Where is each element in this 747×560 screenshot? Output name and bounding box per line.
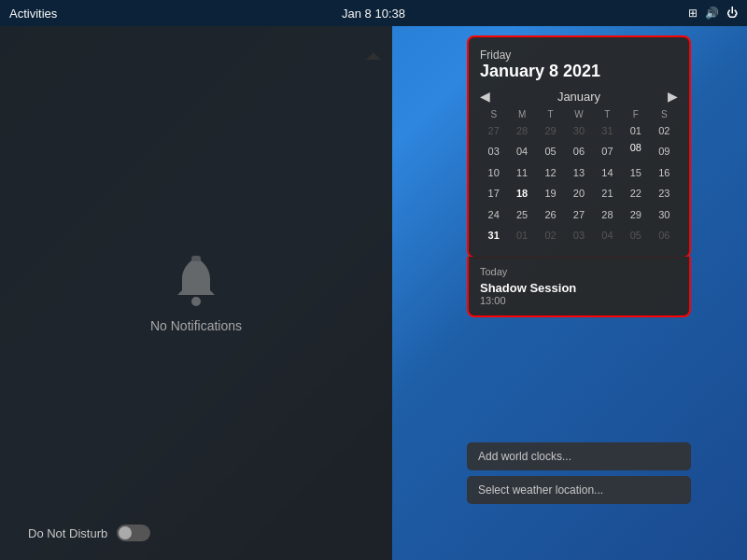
calendar-day[interactable]: 05 bbox=[537, 142, 564, 161]
calendar-day[interactable]: 29 bbox=[622, 205, 649, 225]
event-time: 13:00 bbox=[480, 295, 678, 306]
calendar-day[interactable]: 01 bbox=[508, 226, 535, 245]
calendar-dropdown-arrow bbox=[366, 52, 381, 60]
top-bar: Activities Jan 8 10:38 ⊞ 🔊 ⏻ bbox=[0, 0, 747, 26]
do-not-disturb-label: Do Not Disturb bbox=[28, 526, 107, 540]
calendar-day[interactable]: 30 bbox=[565, 121, 592, 141]
calendar-day[interactable]: 20 bbox=[565, 184, 592, 203]
calendar-day[interactable]: 24 bbox=[480, 205, 507, 225]
action-buttons: Add world clocks... Select weather locat… bbox=[467, 442, 691, 504]
svg-rect-1 bbox=[191, 256, 201, 261]
today-label: Today bbox=[480, 266, 678, 277]
calendar-day[interactable]: 07 bbox=[594, 142, 621, 161]
do-not-disturb-toggle[interactable] bbox=[117, 525, 150, 541]
network-icon[interactable]: ⊞ bbox=[688, 7, 698, 20]
calendar-day[interactable]: 02 bbox=[651, 121, 678, 141]
dow-3: W bbox=[565, 107, 592, 121]
calendar-day[interactable]: 19 bbox=[537, 184, 564, 203]
calendar-day[interactable]: 28 bbox=[594, 205, 621, 225]
calendar-day[interactable]: 31 bbox=[594, 121, 621, 141]
calendar-full-date: January 8 2021 bbox=[480, 62, 678, 81]
calendar-day[interactable]: 14 bbox=[594, 163, 621, 183]
calendar-day[interactable]: 06 bbox=[565, 142, 592, 161]
select-weather-button[interactable]: Select weather location... bbox=[467, 476, 691, 504]
datetime-label[interactable]: Jan 8 10:38 bbox=[342, 7, 405, 21]
calendar-day[interactable]: 25 bbox=[508, 205, 535, 225]
calendar-card: Friday January 8 2021 ◀ January ▶ S M T … bbox=[467, 35, 691, 259]
calendar-month-label: January bbox=[557, 90, 600, 104]
wallpaper: No Notifications Do Not Disturb Friday J… bbox=[0, 26, 747, 560]
calendar-day[interactable]: 15 bbox=[622, 163, 649, 183]
dow-6: S bbox=[651, 107, 678, 121]
calendar-day-name: Friday bbox=[480, 49, 678, 62]
prev-month-button[interactable]: ◀ bbox=[480, 89, 490, 104]
calendar-day[interactable]: 05 bbox=[622, 226, 649, 245]
calendar-day[interactable]: 04 bbox=[594, 226, 621, 245]
calendar-day[interactable]: 28 bbox=[508, 121, 535, 141]
do-not-disturb-row: Do Not Disturb bbox=[28, 525, 150, 541]
events-section: Today Shadow Session 13:00 bbox=[467, 257, 691, 317]
dow-0: S bbox=[480, 107, 507, 121]
calendar-day[interactable]: 10 bbox=[480, 163, 507, 183]
power-icon[interactable]: ⏻ bbox=[726, 7, 738, 20]
calendar-dow-row: S M T W T F S bbox=[480, 107, 678, 121]
calendar-day[interactable]: 03 bbox=[565, 226, 592, 245]
volume-icon[interactable]: 🔊 bbox=[705, 7, 719, 20]
calendar-day[interactable]: 27 bbox=[565, 205, 592, 225]
calendar-day[interactable]: 23 bbox=[651, 184, 678, 203]
calendar-day[interactable]: 09 bbox=[651, 142, 678, 161]
top-bar-left: Activities bbox=[9, 7, 57, 21]
calendar-day[interactable]: 26 bbox=[537, 205, 564, 225]
dow-5: F bbox=[622, 107, 649, 121]
calendar-day[interactable]: 18 bbox=[508, 184, 535, 203]
calendar-day[interactable]: 16 bbox=[651, 163, 678, 183]
bell-icon bbox=[173, 253, 219, 309]
event-title: Shadow Session bbox=[480, 281, 678, 295]
calendar-day[interactable]: 17 bbox=[480, 184, 507, 203]
calendar-day[interactable]: 02 bbox=[537, 226, 564, 245]
calendar-day[interactable]: 12 bbox=[537, 163, 564, 183]
top-bar-right: ⊞ 🔊 ⏻ bbox=[688, 7, 738, 20]
notification-panel: No Notifications Do Not Disturb bbox=[0, 26, 392, 560]
calendar-day[interactable]: 06 bbox=[651, 226, 678, 245]
calendar-day[interactable]: 31 bbox=[480, 226, 507, 245]
svg-point-0 bbox=[191, 297, 201, 306]
dow-4: T bbox=[594, 107, 621, 121]
top-bar-center: Jan 8 10:38 bbox=[342, 7, 405, 21]
calendar-day[interactable]: 01 bbox=[622, 121, 649, 141]
calendar-day[interactable]: 11 bbox=[508, 163, 535, 183]
next-month-button[interactable]: ▶ bbox=[668, 89, 678, 104]
dow-2: T bbox=[537, 107, 564, 121]
calendar-day[interactable]: 13 bbox=[565, 163, 592, 183]
calendar-day[interactable]: 27 bbox=[480, 121, 507, 141]
calendar-day[interactable]: 30 bbox=[651, 205, 678, 225]
dow-1: M bbox=[508, 107, 535, 121]
add-world-clocks-button[interactable]: Add world clocks... bbox=[467, 442, 691, 470]
calendar-nav: ◀ January ▶ bbox=[480, 89, 678, 104]
calendar-date-header: Friday January 8 2021 bbox=[480, 49, 678, 81]
calendar-days-grid: 2728293031010203040506070809101112131415… bbox=[480, 121, 678, 245]
activities-label[interactable]: Activities bbox=[9, 7, 57, 21]
calendar-day[interactable]: 03 bbox=[480, 142, 507, 161]
calendar-day[interactable]: 04 bbox=[508, 142, 535, 161]
no-notifications-text: No Notifications bbox=[150, 318, 242, 333]
calendar-day[interactable]: 22 bbox=[622, 184, 649, 203]
calendar-day[interactable]: 21 bbox=[594, 184, 621, 203]
calendar-day[interactable]: 29 bbox=[537, 121, 564, 141]
calendar-day[interactable]: 08 bbox=[622, 142, 649, 161]
calendar-panel: Friday January 8 2021 ◀ January ▶ S M T … bbox=[467, 35, 691, 317]
